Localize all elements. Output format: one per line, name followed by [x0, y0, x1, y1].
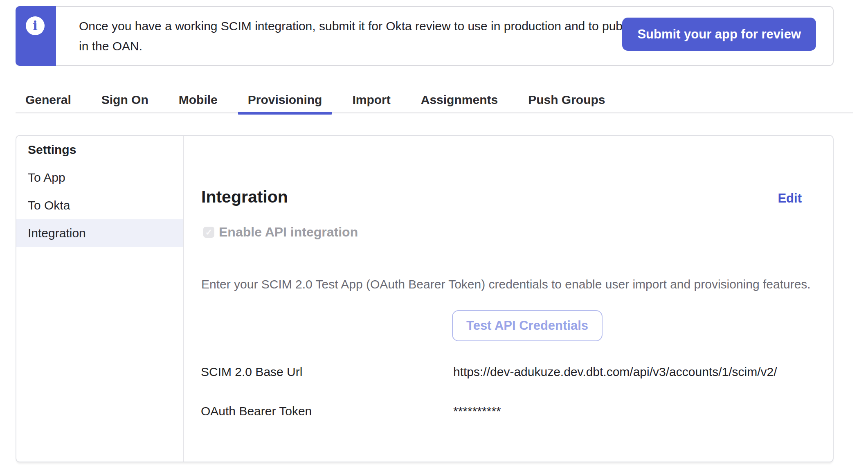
info-icon: i: [26, 16, 45, 35]
page-title: Integration: [201, 187, 288, 207]
tab-sign-on[interactable]: Sign On: [92, 86, 158, 113]
oauth-bearer-token-value: **********: [453, 404, 501, 418]
app-tabbar: General Sign On Mobile Provisioning Impo…: [16, 87, 853, 113]
test-api-credentials-button[interactable]: Test API Credentials: [452, 310, 603, 341]
submit-app-for-review-button[interactable]: Submit your app for review: [622, 18, 816, 51]
oauth-bearer-token-row: OAuth Bearer Token **********: [201, 404, 833, 418]
banner-accent-bar: i: [16, 6, 56, 66]
scim-review-banner: i Once you have a working SCIM integrati…: [16, 6, 834, 66]
tab-mobile[interactable]: Mobile: [169, 86, 227, 113]
integration-panel: Integration Edit ✓ Enable API integratio…: [184, 136, 833, 462]
credentials-description: Enter your SCIM 2.0 Test App (OAuth Bear…: [201, 277, 833, 291]
sidebar-heading-settings: Settings: [16, 136, 183, 164]
banner-message-line2: in the OAN.: [79, 36, 652, 56]
settings-sidebar: Settings To App To Okta Integration: [16, 136, 184, 462]
tab-import[interactable]: Import: [342, 86, 400, 113]
tab-assignments[interactable]: Assignments: [411, 86, 508, 113]
provisioning-card: Settings To App To Okta Integration Inte…: [16, 135, 834, 462]
enable-api-integration-checkbox[interactable]: ✓: [203, 227, 214, 238]
oauth-bearer-token-label: OAuth Bearer Token: [201, 404, 453, 418]
check-icon: ✓: [205, 228, 213, 236]
scim-base-url-row: SCIM 2.0 Base Url https://dev-adukuze.de…: [201, 365, 833, 379]
integration-title-row: Integration Edit: [201, 187, 802, 207]
enable-api-integration-row: ✓ Enable API integration: [203, 225, 833, 240]
tab-provisioning[interactable]: Provisioning: [238, 86, 332, 113]
scim-base-url-label: SCIM 2.0 Base Url: [201, 365, 453, 379]
banner-message: Once you have a working SCIM integration…: [79, 16, 652, 56]
tab-general[interactable]: General: [16, 86, 81, 113]
tab-push-groups[interactable]: Push Groups: [518, 86, 615, 113]
sidebar-item-to-okta[interactable]: To Okta: [16, 191, 183, 219]
sidebar-item-integration[interactable]: Integration: [16, 219, 183, 247]
provisioning-page: i Once you have a working SCIM integrati…: [0, 0, 868, 473]
banner-message-line1: Once you have a working SCIM integration…: [79, 16, 652, 36]
sidebar-item-to-app[interactable]: To App: [16, 164, 183, 191]
edit-link[interactable]: Edit: [778, 191, 802, 206]
scim-base-url-value: https://dev-adukuze.dev.dbt.com/api/v3/a…: [453, 365, 777, 379]
enable-api-integration-label: Enable API integration: [219, 225, 358, 240]
